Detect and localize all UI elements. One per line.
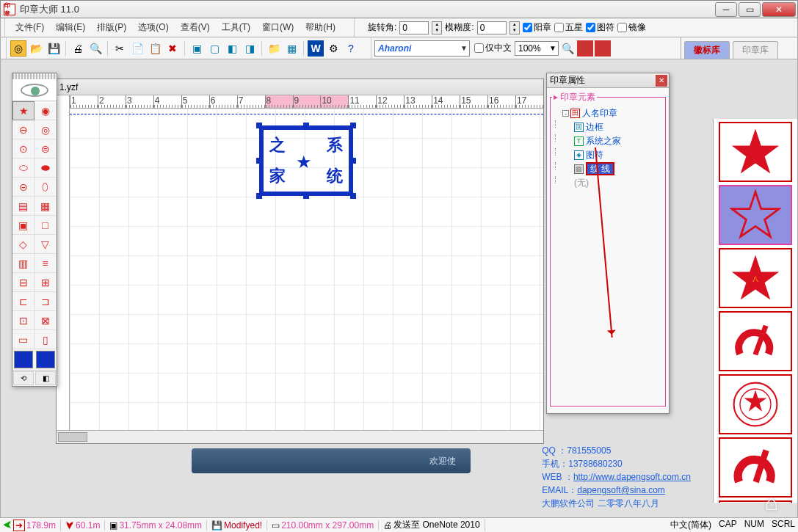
background-swatch[interactable] — [36, 351, 55, 368]
save-icon[interactable]: 💾 — [46, 40, 62, 57]
tool-equal-icon[interactable]: ⊜ — [35, 139, 57, 158]
tool-dashed-icon[interactable]: ▭ — [12, 330, 35, 349]
tool-cell-b-icon[interactable]: ⊠ — [35, 311, 57, 330]
tool-split-v-icon[interactable]: ⊞ — [35, 273, 57, 292]
paste-icon[interactable]: 📋 — [147, 40, 163, 57]
new-icon[interactable]: ◎ — [10, 40, 26, 57]
blur-spinner[interactable]: ▲▼ — [509, 21, 520, 34]
tab-badge-library[interactable]: 徽标库 — [684, 41, 730, 59]
tool-cell-a-icon[interactable]: ⊡ — [12, 311, 35, 330]
canvas[interactable]: 之 系 家 统 ★ — [70, 109, 543, 430]
email-link[interactable]: dapengsoft@sina.com — [577, 485, 665, 495]
menu-edit[interactable]: 编辑(E) — [50, 20, 91, 35]
expand-icon[interactable]: - — [562, 110, 569, 117]
tab-stamp-library[interactable]: 印章库 — [733, 41, 778, 59]
rotate-input[interactable] — [399, 21, 429, 34]
tool-oval-icon[interactable]: ⬬ — [35, 158, 57, 178]
palette-grip[interactable] — [12, 73, 57, 79]
layer-down-icon[interactable]: ◨ — [242, 40, 258, 57]
tool-square-icon[interactable]: □ — [35, 216, 57, 235]
minimize-button[interactable]: ─ — [715, 2, 737, 17]
grip[interactable] — [367, 37, 371, 59]
panel-close-icon[interactable]: ✕ — [656, 75, 667, 87]
tool-dash-oval-icon[interactable]: ⊝ — [12, 178, 35, 197]
tool-ring-icon[interactable]: ◎ — [35, 120, 57, 139]
lib-item-hammer-sickle-b[interactable] — [719, 437, 792, 498]
chk-mirror[interactable]: 镜像 — [617, 21, 646, 34]
lib-item-star-outline[interactable] — [719, 185, 792, 245]
properties-title[interactable]: 印章属性 ✕ — [547, 73, 669, 88]
resize-handle[interactable] — [350, 158, 356, 164]
lib-item-star-army[interactable]: 八 — [719, 248, 792, 308]
lib-item-emblem[interactable] — [719, 374, 792, 434]
menu-file[interactable]: 文件(F) — [10, 20, 50, 35]
chk-star[interactable]: 五星 — [554, 21, 583, 34]
arrow-right-icon[interactable]: ➜ — [13, 520, 25, 531]
palette-footer-a[interactable]: ⟲ — [13, 371, 34, 385]
print-icon[interactable]: 🖨 — [70, 40, 86, 57]
preview-eye[interactable] — [12, 79, 57, 101]
tool-barcode-icon[interactable]: ▥ — [12, 254, 35, 273]
layer-up-icon[interactable]: ◧ — [224, 40, 240, 57]
arrow-down-icon[interactable]: ⮟ — [65, 520, 74, 531]
color2-icon[interactable] — [595, 40, 611, 57]
ruler-vertical[interactable] — [57, 95, 70, 430]
chk-yang[interactable]: 阳章 — [523, 21, 551, 34]
rotate-spinner[interactable]: ▲▼ — [432, 21, 442, 34]
delete-icon[interactable]: ✖ — [164, 40, 181, 57]
tool-dots-icon[interactable]: ▦ — [35, 197, 57, 216]
resize-handle[interactable] — [350, 123, 356, 128]
tool-triangle-icon[interactable]: ▽ — [35, 235, 57, 254]
menu-window[interactable]: 窗口(W) — [256, 20, 300, 35]
tree-item-border[interactable]: 边框 — [586, 122, 603, 132]
tool-split-h-icon[interactable]: ⊟ — [12, 273, 35, 292]
element-tree[interactable]: -田人名印章 回边框 T系统之家 ◈图符 ▨纹 线 (无) — [552, 106, 664, 190]
copy-icon[interactable]: 📄 — [129, 40, 145, 57]
blur-input[interactable] — [477, 21, 507, 34]
menu-view[interactable]: 查看(V) — [175, 20, 216, 35]
tool-diamond-icon[interactable]: ◇ — [12, 235, 35, 254]
tool-sq-dot-icon[interactable]: ▣ — [12, 216, 35, 235]
resize-handle[interactable] — [256, 123, 262, 128]
layer-front-icon[interactable]: ▣ — [189, 40, 205, 57]
stamp-object[interactable]: 之 系 家 统 ★ — [259, 125, 353, 196]
zoom-tool-icon[interactable]: 🔍 — [559, 40, 576, 57]
tool-half-t-icon[interactable]: ⊏ — [12, 292, 35, 311]
folder-icon[interactable]: 📁 — [266, 40, 282, 57]
close-button[interactable]: ✕ — [762, 2, 796, 17]
color1-icon[interactable] — [577, 40, 593, 57]
tool-star-icon[interactable]: ★ — [12, 101, 35, 120]
chk-only-cn[interactable]: 仅中文 — [474, 42, 512, 54]
grip[interactable] — [350, 18, 355, 37]
grip[interactable] — [1, 18, 5, 37]
tree-item-none[interactable]: (无) — [574, 178, 589, 188]
menu-help[interactable]: 帮助(H) — [300, 20, 341, 35]
arrow-left-icon[interactable]: ⮜ — [3, 520, 12, 531]
tool-circle-icon[interactable]: ◉ — [35, 101, 57, 120]
tool-ellipse-icon[interactable]: ⬭ — [12, 158, 35, 178]
menu-tools[interactable]: 工具(T) — [216, 20, 256, 35]
lib-item-hammer-sickle-c[interactable] — [719, 500, 792, 503]
tool-grid4-icon[interactable]: ▯ — [35, 330, 57, 349]
grip[interactable] — [2, 37, 7, 59]
scrollbar-horizontal[interactable] — [57, 430, 543, 443]
resize-handle[interactable] — [350, 193, 356, 199]
tool-hatched-icon[interactable]: ▤ — [12, 197, 35, 216]
word-icon[interactable]: W — [308, 40, 324, 57]
maximize-button[interactable]: ▭ — [739, 2, 761, 17]
scroll-thumb[interactable] — [58, 432, 87, 442]
resize-handle[interactable] — [303, 123, 309, 128]
foreground-swatch[interactable] — [14, 351, 33, 368]
zoom-combo[interactable]: 100%▼ — [515, 41, 559, 56]
tool-ominus-icon[interactable]: ⊖ — [12, 120, 35, 139]
tool-ringoval-icon[interactable]: ⬯ — [35, 178, 57, 197]
resize-handle[interactable] — [256, 158, 262, 164]
tree-item-text[interactable]: 系统之家 — [586, 136, 621, 146]
preview-icon[interactable]: 🔍 — [87, 40, 104, 57]
tool-target-icon[interactable]: ⊙ — [12, 139, 35, 158]
settings-icon[interactable]: ⚙ — [325, 40, 341, 57]
tool-lines-icon[interactable]: ≡ — [35, 254, 57, 273]
chk-tufu[interactable]: 图符 — [586, 21, 614, 34]
ruler-horizontal[interactable]: 1234567891011121314151617 — [70, 95, 543, 109]
menu-layout[interactable]: 排版(P) — [91, 20, 132, 35]
